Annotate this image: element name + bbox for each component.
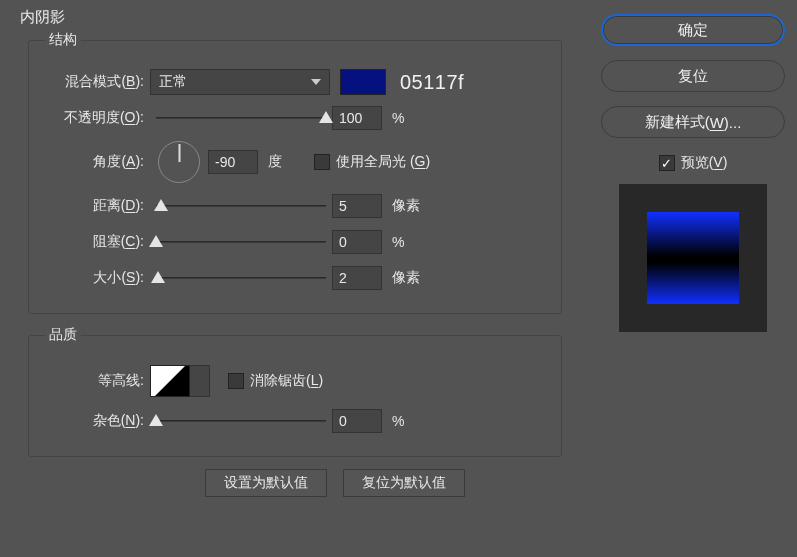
make-default-button[interactable]: 设置为默认值	[205, 469, 327, 497]
color-hex-label: 05117f	[400, 71, 464, 94]
opacity-unit: %	[392, 110, 432, 126]
blend-mode-label: 混合模式(B):	[45, 73, 150, 91]
contour-dropdown[interactable]	[190, 365, 210, 397]
opacity-slider[interactable]	[156, 108, 326, 128]
choke-input[interactable]	[332, 230, 382, 254]
noise-label: 杂色(N):	[45, 412, 150, 430]
quality-legend: 品质	[45, 326, 81, 344]
size-unit: 像素	[392, 269, 432, 287]
preview-checkbox-row[interactable]: 预览(V)	[659, 154, 728, 172]
angle-input[interactable]	[208, 150, 258, 174]
ok-button[interactable]: 确定	[601, 14, 785, 46]
antialias-checkbox-row[interactable]: 消除锯齿(L)	[228, 372, 323, 390]
distance-label: 距离(D):	[45, 197, 150, 215]
panel-title: 内阴影	[12, 8, 568, 27]
global-light-label: 使用全局光 (G)	[336, 153, 430, 171]
new-style-button[interactable]: 新建样式(W)...	[601, 106, 785, 138]
size-input[interactable]	[332, 266, 382, 290]
opacity-input[interactable]	[332, 106, 382, 130]
contour-label: 等高线:	[45, 372, 150, 390]
global-light-checkbox[interactable]	[314, 154, 330, 170]
angle-label: 角度(A):	[45, 153, 150, 171]
blend-mode-dropdown[interactable]: 正常	[150, 69, 330, 95]
preview-box	[619, 184, 767, 332]
shadow-color-swatch[interactable]	[340, 69, 386, 95]
antialias-checkbox[interactable]	[228, 373, 244, 389]
structure-group: 结构 混合模式(B): 正常 05117f 不透明度(O): % 角度(A):	[28, 31, 562, 314]
contour-swatch[interactable]	[150, 365, 190, 397]
reset-default-button[interactable]: 复位为默认值	[343, 469, 465, 497]
preview-swatch	[647, 212, 739, 304]
size-slider[interactable]	[156, 268, 326, 288]
chevron-down-icon	[311, 79, 321, 85]
noise-unit: %	[392, 413, 432, 429]
structure-legend: 结构	[45, 31, 81, 49]
reset-button[interactable]: 复位	[601, 60, 785, 92]
choke-label: 阻塞(C):	[45, 233, 150, 251]
distance-slider[interactable]	[156, 196, 326, 216]
blend-mode-value: 正常	[159, 73, 187, 91]
noise-slider[interactable]	[156, 411, 326, 431]
choke-slider[interactable]	[156, 232, 326, 252]
opacity-label: 不透明度(O):	[45, 109, 150, 127]
preview-checkbox[interactable]	[659, 155, 675, 171]
global-light-checkbox-row[interactable]: 使用全局光 (G)	[314, 153, 430, 171]
preview-label: 预览(V)	[681, 154, 728, 172]
antialias-label: 消除锯齿(L)	[250, 372, 323, 390]
distance-unit: 像素	[392, 197, 432, 215]
choke-unit: %	[392, 234, 432, 250]
noise-input[interactable]	[332, 409, 382, 433]
distance-input[interactable]	[332, 194, 382, 218]
quality-group: 品质 等高线: 消除锯齿(L) 杂色(N): %	[28, 326, 562, 457]
angle-dial[interactable]	[158, 141, 200, 183]
size-label: 大小(S):	[45, 269, 150, 287]
angle-unit: 度	[268, 153, 308, 171]
